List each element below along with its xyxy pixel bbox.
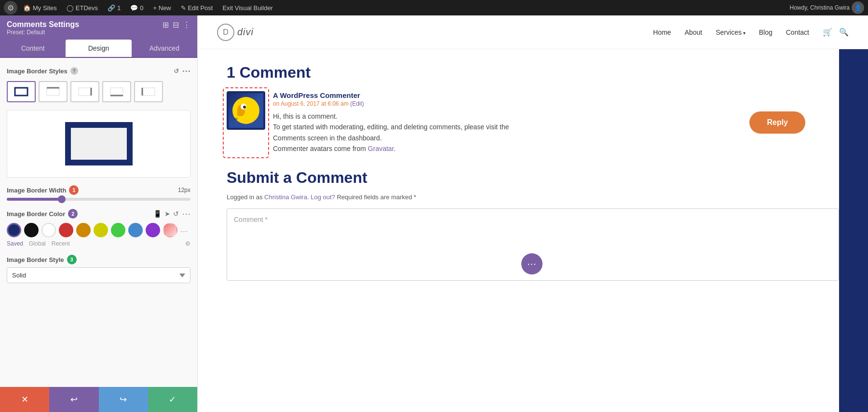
swatch-green[interactable] [111, 223, 125, 237]
comment-placeholder: Comment * [234, 216, 832, 223]
svg-rect-0 [15, 88, 27, 96]
comments-count[interactable]: 🔗 1 [104, 0, 124, 15]
comments-heading: 1 Comment [227, 64, 839, 82]
site-nav: Home About Services Blog Contact 🛒 🔍 [653, 27, 849, 37]
reply-button[interactable]: Reply [749, 111, 805, 134]
swatch-navy[interactable] [7, 223, 21, 237]
recent-tab[interactable]: Recent [52, 240, 70, 247]
panel-footer: ✕ ↩ ↪ ✓ [0, 387, 197, 412]
cart-icon[interactable]: 🛒 [823, 27, 832, 37]
cancel-button[interactable]: ✕ [0, 387, 49, 412]
gravatar-link[interactable]: Gravatar [368, 145, 394, 152]
search-icon[interactable]: 🔍 [839, 27, 849, 37]
panel-icon-split[interactable]: ⊟ [173, 20, 179, 29]
color-swatches: ··· [7, 223, 190, 237]
panel-header: Comments Settings Preset: Default ⊞ ⊟ ⋮ [0, 15, 197, 40]
panel-icon-columns[interactable]: ⊞ [163, 20, 169, 29]
border-preview [7, 110, 190, 178]
exit-visual-builder[interactable]: Exit Visual Builder [218, 0, 277, 15]
border-style-buttons [7, 81, 190, 102]
color-settings-icon[interactable]: ⚙ [185, 240, 190, 247]
help-icon[interactable]: ? [70, 67, 78, 75]
more-border-options-icon[interactable]: ⋯ [182, 66, 190, 76]
site-logo: D divi [217, 24, 254, 41]
saved-tab[interactable]: Saved [7, 240, 23, 247]
border-style-left-btn[interactable] [134, 81, 163, 102]
nav-about[interactable]: About [685, 28, 703, 36]
swatch-blue[interactable] [128, 223, 143, 237]
svg-point-12 [243, 106, 246, 109]
width-slider-thumb[interactable] [58, 195, 66, 203]
comment-meta: on August 6, 2017 at 6:06 am (Edit) [273, 100, 839, 107]
nav-contact[interactable]: Contact [786, 28, 809, 36]
global-tab[interactable]: Global [29, 240, 46, 247]
color-tabs: Saved Global Recent ⚙ [7, 240, 190, 247]
swatch-black[interactable] [24, 223, 39, 237]
swatch-yellow[interactable] [94, 223, 108, 237]
swatch-red[interactable] [59, 223, 73, 237]
nav-services[interactable]: Services [716, 28, 745, 36]
comment-avatar-area: W [227, 91, 265, 154]
swatch-white[interactable] [41, 223, 56, 237]
wp-logo[interactable]: ⚙ [4, 1, 17, 14]
site-header: D divi Home About Services Blog Contact … [198, 15, 868, 49]
tab-design[interactable]: Design [66, 40, 131, 57]
preview-inner [65, 122, 133, 165]
undo-button[interactable]: ↩ [49, 387, 98, 412]
border-style-dropdown[interactable]: Solid Dashed Dotted Double None [7, 267, 190, 283]
comment-avatar: W [227, 91, 265, 130]
width-slider-fill [7, 198, 62, 201]
comment-author: A WordPress Commenter [273, 91, 839, 99]
mobile-icon[interactable]: 📱 [153, 210, 162, 218]
redo-button[interactable]: ↪ [99, 387, 148, 412]
logo-circle: D [217, 24, 234, 41]
border-style-top-btn[interactable] [39, 81, 68, 102]
dark-sidebar-strip [839, 49, 868, 412]
color-badge: 2 [68, 209, 78, 219]
submit-heading: Submit a Comment [227, 169, 839, 187]
nav-icons: 🛒 🔍 [823, 27, 849, 37]
logged-in-user-link[interactable]: Christina Gwira [264, 193, 307, 201]
svg-rect-5 [110, 88, 123, 96]
svg-rect-3 [79, 88, 91, 96]
edit-post[interactable]: ✎ Edit Post [177, 0, 217, 15]
nav-home[interactable]: Home [653, 28, 671, 36]
svg-text:W: W [234, 117, 238, 121]
tab-advanced[interactable]: Advanced [132, 40, 197, 57]
swatch-orange[interactable] [76, 223, 91, 237]
more-color-options-icon[interactable]: ⋯ [182, 208, 190, 219]
page-content: 1 Comment W [198, 49, 868, 412]
svg-rect-7 [142, 88, 155, 96]
logged-in-text: Logged in as Christina Gwira. Log out? R… [227, 193, 839, 201]
pointer-icon[interactable]: ➤ [164, 210, 170, 218]
border-style-bottom-btn[interactable] [102, 81, 131, 102]
reset-color-icon[interactable]: ↺ [173, 210, 179, 218]
floating-dots-button[interactable]: ··· [521, 253, 542, 275]
tab-content[interactable]: Content [0, 40, 66, 57]
swatch-purple[interactable] [146, 223, 160, 237]
swatch-pink[interactable] [163, 223, 177, 237]
bubbles-count[interactable]: 💬 0 [126, 0, 147, 15]
border-style-right-btn[interactable] [70, 81, 99, 102]
width-badge: 1 [69, 185, 79, 195]
new-menu[interactable]: + New [149, 0, 175, 15]
comment-edit-link[interactable]: (Edit) [350, 100, 364, 107]
user-avatar[interactable]: 👤 [852, 1, 864, 14]
panel-preset[interactable]: Preset: Default [7, 29, 79, 36]
save-button[interactable]: ✓ [148, 387, 197, 412]
image-border-style-section: Image Border Style 3 Solid Dashed Dotted… [7, 255, 190, 283]
svg-rect-1 [47, 88, 59, 96]
nav-blog[interactable]: Blog [759, 28, 773, 36]
panel-icon-more[interactable]: ⋮ [183, 20, 190, 29]
et-devs-menu[interactable]: ◯ ETDevs [63, 0, 102, 15]
my-sites-menu[interactable]: 🏠 My Sites [19, 0, 61, 15]
left-panel: Comments Settings Preset: Default ⊞ ⊟ ⋮ … [0, 15, 198, 412]
more-swatches-icon[interactable]: ··· [180, 226, 188, 236]
border-style-solid-btn[interactable] [7, 81, 36, 102]
reset-border-icon[interactable]: ↺ [174, 68, 179, 75]
image-border-styles-label: Image Border Styles ? ↺ ⋯ [7, 66, 190, 76]
style-badge: 3 [67, 255, 77, 264]
admin-bar: ⚙ 🏠 My Sites ◯ ETDevs 🔗 1 💬 0 + New ✎ Ed… [0, 0, 868, 15]
width-slider-track[interactable] [7, 198, 190, 201]
logout-link[interactable]: Log out? [311, 193, 335, 201]
